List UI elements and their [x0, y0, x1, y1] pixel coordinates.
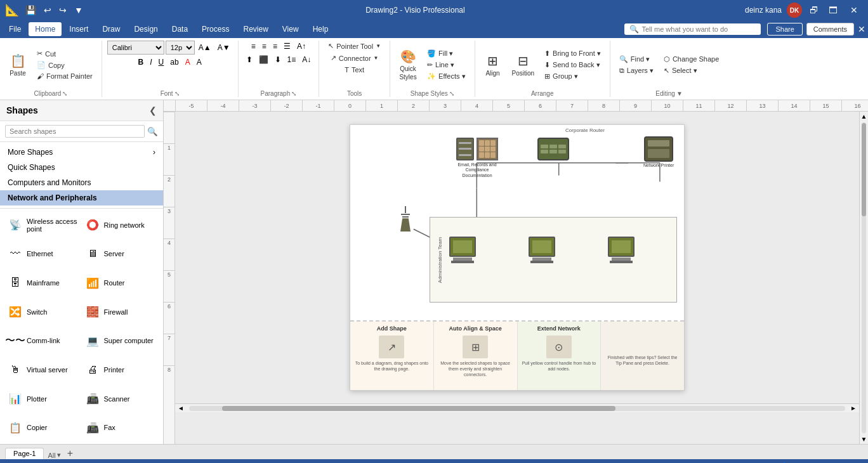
close-button[interactable]: ✕: [845, 4, 863, 16]
horizontal-scrollbar[interactable]: ◄ ►: [175, 403, 859, 412]
shape-router[interactable]: 📶 Router: [82, 269, 159, 297]
shape-supercomputer[interactable]: 💻 Super computer: [82, 327, 159, 355]
format-painter-button[interactable]: 🖌 Format Painter: [33, 71, 96, 81]
shape-mainframe[interactable]: 🗄 Mainframe: [5, 269, 81, 297]
font-color-button[interactable]: A: [183, 56, 193, 68]
shape-ring-network[interactable]: ⭕ Ring network: [82, 211, 159, 239]
increase-font-button[interactable]: A▲: [196, 42, 214, 53]
menu-draw[interactable]: Draw: [96, 22, 126, 36]
find-button[interactable]: 🔍 Find ▾: [615, 54, 657, 65]
select-button[interactable]: ↖ Select ▾: [660, 65, 723, 76]
font-expand-icon[interactable]: ⤡: [174, 90, 180, 97]
nav-quick-shapes[interactable]: Quick Shapes: [0, 160, 163, 175]
shape-server[interactable]: 🖥 Server: [82, 240, 159, 268]
decrease-font-button[interactable]: A▼: [215, 42, 233, 53]
bold-button[interactable]: B: [136, 56, 147, 68]
top-align-button[interactable]: ⬆: [244, 54, 255, 65]
shape-virtual-server[interactable]: 🖱 Virtual server: [5, 356, 81, 384]
scroll-up-button[interactable]: ▲: [860, 112, 868, 121]
decrease-indent-button[interactable]: A↓: [299, 54, 313, 65]
effects-button[interactable]: ✨ Effects ▾: [423, 71, 469, 82]
computer-1[interactable]: [449, 237, 476, 263]
menu-file[interactable]: File: [3, 22, 27, 36]
shape-scanner[interactable]: 📠 Scanner: [82, 385, 159, 413]
align-button[interactable]: ⊞ Align: [480, 51, 506, 79]
nav-more-shapes[interactable]: More Shapes ›: [0, 145, 163, 160]
copy-button[interactable]: 📄 Copy: [33, 60, 96, 70]
text-button[interactable]: T Text: [341, 65, 368, 75]
shape-wireless-ap[interactable]: 📡 Wireless access point: [5, 211, 81, 239]
shape-copier[interactable]: 📋 Copier: [5, 414, 81, 441]
strikethrough-button[interactable]: ab: [168, 56, 181, 68]
change-shape-button[interactable]: ⬡ Change Shape: [660, 54, 723, 65]
shape-comm-link[interactable]: 〜〜 Comm-link: [5, 327, 81, 355]
scroll-left-button[interactable]: ◄: [175, 405, 187, 412]
increase-indent-button[interactable]: A↑: [294, 41, 308, 52]
save-button[interactable]: 💾: [23, 4, 39, 16]
pointer-tool-button[interactable]: ↖ Pointer Tool ▼: [324, 41, 385, 51]
menu-data[interactable]: Data: [166, 22, 194, 36]
shape-firewall[interactable]: 🧱 Firewall: [82, 298, 159, 326]
menu-view[interactable]: View: [276, 22, 305, 36]
search-input[interactable]: [641, 25, 756, 33]
italic-button[interactable]: I: [147, 56, 154, 68]
clipboard-expand-icon[interactable]: ⤡: [62, 90, 67, 97]
scroll-down-button[interactable]: ▼: [860, 434, 868, 444]
font-name-select[interactable]: Calibri: [107, 41, 164, 55]
canvas-page[interactable]: Corporate Router: [350, 124, 685, 391]
page-tab-1[interactable]: Page-1: [5, 448, 44, 459]
cut-button[interactable]: ✂ Cut: [33, 48, 96, 59]
all-pages-button[interactable]: All ▾: [45, 451, 63, 459]
align-left-button[interactable]: ≡: [249, 41, 258, 52]
bullets-button[interactable]: ☰: [281, 41, 293, 52]
computer-3[interactable]: [608, 237, 635, 263]
scroll-right-button[interactable]: ►: [848, 405, 859, 412]
group-button[interactable]: ⊞ Group ▾: [541, 71, 605, 82]
search-shapes-input[interactable]: [5, 125, 145, 138]
menu-review[interactable]: Review: [237, 22, 274, 36]
shape-switch[interactable]: 🔀 Switch: [5, 298, 81, 326]
text-highlight-button[interactable]: A: [194, 56, 204, 68]
numbering-button[interactable]: 1≡: [285, 54, 299, 65]
shape-styles-expand-icon[interactable]: ⤡: [449, 90, 454, 97]
menu-home[interactable]: Home: [29, 22, 62, 36]
user-avatar[interactable]: DK: [787, 3, 802, 18]
vertical-scrollbar[interactable]: ▲ ▼: [859, 112, 868, 444]
nav-computers-monitors[interactable]: Computers and Monitors: [0, 175, 163, 190]
layers-button[interactable]: ⧉ Layers ▾: [615, 65, 657, 76]
minimize-button[interactable]: 🗖: [826, 4, 840, 16]
align-center-button[interactable]: ≡: [260, 41, 269, 52]
shape-printer[interactable]: 🖨 Printer: [82, 356, 159, 384]
share-button[interactable]: Share: [767, 23, 802, 36]
menu-insert[interactable]: Insert: [63, 22, 95, 36]
close-ribbon-button[interactable]: ✕: [858, 24, 865, 34]
menu-process[interactable]: Process: [195, 22, 235, 36]
email-server-shape[interactable]: Email, Records and ComplianceDocumentati…: [449, 138, 506, 178]
router-shape[interactable]: [537, 138, 569, 160]
search-shapes-button[interactable]: 🔍: [147, 127, 158, 136]
quick-styles-button[interactable]: 🎨 Quick Styles: [395, 46, 421, 83]
fill-button[interactable]: 🪣 Fill ▾: [423, 48, 469, 59]
redo-button[interactable]: ↪: [56, 4, 69, 16]
bottom-align-button[interactable]: ⬇: [272, 54, 284, 65]
paragraph-expand-icon[interactable]: ⤡: [291, 90, 296, 97]
middle-align-button[interactable]: ⬛: [256, 54, 271, 65]
send-to-back-button[interactable]: ⬇ Send to Back ▾: [541, 60, 605, 70]
computer-2[interactable]: [529, 237, 555, 263]
shape-ethernet[interactable]: 〰 Ethernet: [5, 240, 81, 268]
add-page-button[interactable]: +: [65, 448, 76, 459]
line-button[interactable]: ✏ Line ▾: [423, 60, 469, 70]
position-button[interactable]: ⊟ Position: [508, 51, 539, 79]
customize-quick-access-button[interactable]: ▼: [72, 4, 86, 16]
font-size-select[interactable]: 12pt.: [166, 41, 195, 55]
menu-help[interactable]: Help: [306, 22, 335, 36]
undo-button[interactable]: ↩: [41, 4, 54, 16]
comments-button[interactable]: Comments: [806, 23, 854, 36]
collapse-shapes-button[interactable]: ❮: [149, 105, 157, 115]
editing-collapse-icon[interactable]: ▼: [676, 90, 683, 97]
search-box[interactable]: 🔍: [624, 23, 761, 35]
shape-fax[interactable]: 📠 Fax: [82, 414, 159, 441]
bring-to-front-button[interactable]: ⬆ Bring to Front ▾: [541, 48, 605, 59]
nav-network-peripherals[interactable]: Network and Peripherals: [0, 190, 163, 205]
canvas-scroll[interactable]: Corporate Router: [175, 112, 859, 444]
